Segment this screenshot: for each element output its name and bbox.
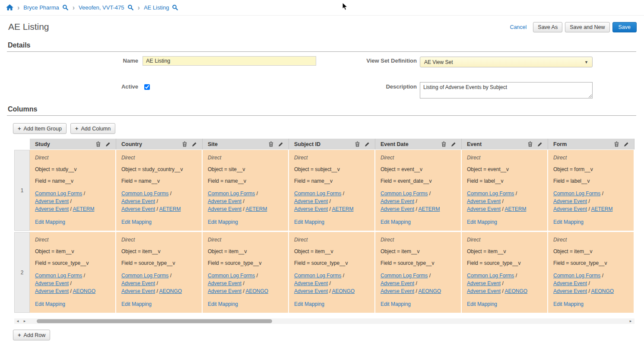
view-set-definition-select[interactable]: AE View Set ▼ [420, 57, 593, 67]
mapping-path-link[interactable]: Adverse Event [35, 198, 69, 204]
edit-column-icon[interactable] [105, 142, 111, 147]
breadcrumb-link-study[interactable]: Bryce Pharma [23, 4, 59, 11]
search-icon[interactable] [172, 4, 178, 11]
mapping-path-link[interactable]: Adverse Event [553, 198, 587, 204]
description-textarea[interactable]: Listing of Adverse Events by Subject [420, 82, 593, 98]
delete-column-icon[interactable] [614, 141, 619, 147]
mapping-path-link[interactable]: Common Log Forms [381, 273, 428, 279]
edit-mapping-link[interactable]: Edit Mapping [553, 301, 584, 307]
mapping-path-link[interactable]: AEONGO [591, 288, 614, 294]
mapping-path-link[interactable]: AETERM [591, 206, 612, 212]
mapping-path-link[interactable]: AEONGO [332, 288, 355, 294]
scrollbar-thumb[interactable] [37, 319, 272, 323]
edit-column-icon[interactable] [451, 142, 456, 147]
edit-column-icon[interactable] [624, 142, 629, 147]
mapping-path-link[interactable]: Common Log Forms [208, 273, 255, 279]
mapping-path-link[interactable]: AEONGO [418, 288, 441, 294]
mapping-path-link[interactable]: Common Log Forms [121, 191, 168, 197]
mapping-path-link[interactable]: Adverse Event [208, 288, 241, 294]
mapping-path-link[interactable]: Common Log Forms [35, 191, 82, 197]
edit-mapping-link[interactable]: Edit Mapping [208, 219, 238, 225]
edit-column-icon[interactable] [365, 142, 370, 147]
edit-mapping-link[interactable]: Edit Mapping [35, 219, 65, 225]
mapping-path-link[interactable]: AETERM [418, 206, 440, 212]
delete-column-icon[interactable] [355, 141, 360, 147]
mapping-path-link[interactable]: Common Log Forms [294, 191, 341, 197]
edit-mapping-link[interactable]: Edit Mapping [381, 301, 411, 307]
mapping-path-link[interactable]: Adverse Event [553, 206, 587, 212]
edit-mapping-link[interactable]: Edit Mapping [467, 301, 497, 307]
delete-column-icon[interactable] [182, 141, 187, 147]
delete-column-icon[interactable] [441, 141, 446, 147]
mapping-path-link[interactable]: Adverse Event [467, 280, 501, 286]
mapping-path-link[interactable]: Common Log Forms [553, 273, 600, 279]
delete-column-icon[interactable] [96, 141, 101, 147]
mapping-path-link[interactable]: AETERM [159, 206, 181, 212]
edit-mapping-link[interactable]: Edit Mapping [121, 301, 152, 307]
mapping-path-link[interactable]: Adverse Event [294, 280, 328, 286]
mapping-path-link[interactable]: AETERM [332, 206, 353, 212]
mapping-path-link[interactable]: Adverse Event [35, 280, 69, 286]
edit-mapping-link[interactable]: Edit Mapping [467, 219, 497, 225]
delete-column-icon[interactable] [269, 141, 273, 147]
mapping-path-link[interactable]: Common Log Forms [35, 273, 82, 279]
mapping-path-link[interactable]: Adverse Event [467, 198, 501, 204]
mapping-path-link[interactable]: Common Log Forms [467, 273, 514, 279]
row-number[interactable]: 1 [14, 150, 30, 231]
delete-column-icon[interactable] [528, 141, 533, 147]
mapping-path-link[interactable]: Adverse Event [121, 198, 155, 204]
mapping-path-link[interactable]: Adverse Event [208, 206, 241, 212]
mapping-path-link[interactable]: AEONGO [159, 288, 182, 294]
mapping-path-link[interactable]: Common Log Forms [553, 191, 600, 197]
mapping-path-link[interactable]: Adverse Event [208, 198, 241, 204]
mapping-path-link[interactable]: Adverse Event [381, 288, 414, 294]
edit-column-icon[interactable] [278, 142, 283, 147]
scroll-right-icon[interactable]: ▸ [627, 318, 634, 324]
breadcrumb-link-studydesign[interactable]: Veeofen, VVT-475 [79, 4, 124, 11]
mapping-path-link[interactable]: AETERM [73, 206, 94, 212]
mapping-path-link[interactable]: AEONGO [73, 288, 95, 294]
mapping-path-link[interactable]: Adverse Event [294, 198, 328, 204]
add-column-button[interactable]: +Add Column [70, 123, 115, 134]
mapping-path-link[interactable]: Common Log Forms [381, 191, 428, 197]
active-checkbox[interactable] [144, 84, 150, 90]
mapping-path-link[interactable]: Common Log Forms [121, 273, 168, 279]
search-icon[interactable] [127, 4, 134, 11]
cancel-button[interactable]: Cancel [510, 24, 527, 30]
mapping-path-link[interactable]: AEONGO [245, 288, 268, 294]
mapping-path-link[interactable]: AETERM [504, 206, 526, 212]
add-item-group-button[interactable]: +Add Item Group [13, 123, 67, 134]
edit-mapping-link[interactable]: Edit Mapping [294, 301, 324, 307]
save-and-new-button[interactable]: Save and New [565, 22, 609, 32]
mapping-path-link[interactable]: Adverse Event [381, 206, 414, 212]
mapping-path-link[interactable]: Adverse Event [121, 288, 155, 294]
home-icon[interactable] [6, 4, 13, 11]
mapping-path-link[interactable]: AEONGO [504, 288, 527, 294]
mapping-path-link[interactable]: Adverse Event [381, 198, 414, 204]
mapping-path-link[interactable]: Adverse Event [294, 206, 328, 212]
save-as-button[interactable]: Save As [533, 22, 562, 32]
mapping-path-link[interactable]: Common Log Forms [208, 191, 255, 197]
mapping-path-link[interactable]: Adverse Event [381, 280, 414, 286]
mapping-path-link[interactable]: Adverse Event [121, 280, 155, 286]
edit-column-icon[interactable] [192, 142, 197, 147]
mapping-path-link[interactable]: Common Log Forms [294, 273, 341, 279]
mapping-path-link[interactable]: Adverse Event [35, 206, 69, 212]
mapping-path-link[interactable]: AETERM [245, 206, 267, 212]
mapping-path-link[interactable]: Adverse Event [467, 288, 501, 294]
edit-mapping-link[interactable]: Edit Mapping [121, 219, 152, 225]
edit-mapping-link[interactable]: Edit Mapping [553, 219, 584, 225]
horizontal-scrollbar[interactable]: ◂ ▸ ▸ [14, 318, 634, 324]
save-button[interactable]: Save [612, 22, 637, 32]
mapping-path-link[interactable]: Common Log Forms [467, 191, 514, 197]
mapping-path-link[interactable]: Adverse Event [208, 280, 241, 286]
row-number[interactable]: 2 [14, 232, 30, 313]
edit-column-icon[interactable] [537, 142, 542, 147]
add-row-button[interactable]: +Add Row [13, 330, 50, 340]
search-icon[interactable] [62, 4, 69, 11]
scroll-left-icon[interactable]: ◂ [14, 318, 21, 324]
edit-mapping-link[interactable]: Edit Mapping [294, 219, 324, 225]
scroll-right-icon[interactable]: ▸ [21, 318, 28, 324]
mapping-path-link[interactable]: Adverse Event [121, 206, 155, 212]
mapping-path-link[interactable]: Adverse Event [553, 280, 587, 286]
